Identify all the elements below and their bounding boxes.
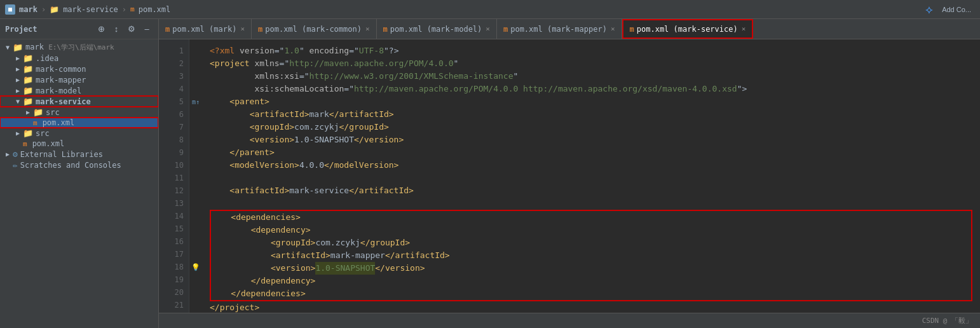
g15: [189, 222, 202, 235]
arrow-mark-common: ▶: [13, 65, 23, 72]
g3: [189, 70, 202, 83]
code-line-11: [210, 172, 972, 184]
file-m-icon: m: [130, 5, 135, 13]
tab-bar: m pom.xml (mark) × m pom.xml (mark-commo…: [159, 19, 980, 39]
ln-2: 2: [159, 57, 189, 70]
code-line-21: </project>: [210, 301, 972, 313]
code-line-5: <parent>: [210, 95, 972, 108]
code-line-7: <groupId>com.zcykj</groupId>: [210, 121, 972, 133]
close-sidebar-button[interactable]: –: [140, 23, 153, 36]
gutter: m↑ 💡: [189, 39, 202, 313]
folder-icon-mark-service: 📁: [23, 97, 33, 106]
g14: [189, 210, 202, 222]
tab-pom-mark-common[interactable]: m pom.xml (mark-common) ×: [252, 19, 377, 39]
add-configuration-button[interactable]: Add Co...: [938, 4, 975, 15]
tree-item-mark-common[interactable]: ▶ 📁 mark-common: [0, 64, 158, 74]
tab-label-3: pom.xml (mark-model): [390, 25, 482, 34]
arrow-mark-model: ▶: [13, 87, 23, 94]
ln-21: 21: [159, 299, 189, 311]
tab-close-1[interactable]: ×: [240, 25, 245, 33]
g19: [189, 273, 202, 286]
code-area[interactable]: <?xml version="1.0" encoding="UTF-8"?> <…: [202, 39, 980, 313]
tree-item-mark-model[interactable]: ▶ 📁 mark-model: [0, 85, 158, 96]
sidebar-tree: ▼ 📁 mark E:\学习\后端\mark ▶ 📁 .idea ▶ 📁 mar…: [0, 39, 158, 328]
tree-item-mark-root[interactable]: ▼ 📁 mark E:\学习\后端\mark: [0, 42, 158, 53]
arrow-src-root: ▶: [13, 130, 23, 137]
tree-label-src-root: src: [36, 129, 50, 138]
tree-item-idea[interactable]: ▶ 📁 .idea: [0, 53, 158, 64]
arrow-mark-mapper: ▶: [13, 76, 23, 83]
g5: m↑: [189, 95, 202, 108]
ln-11: 11: [159, 172, 189, 184]
maven-icon-pom-service: m: [33, 119, 37, 127]
tab-pom-mark-mapper[interactable]: m pom.xml (mark-mapper) ×: [497, 19, 622, 39]
tab-pom-mark-service[interactable]: m pom.xml (mark-service) ×: [622, 19, 754, 39]
tab-close-2[interactable]: ×: [365, 25, 370, 33]
tree-item-src-root[interactable]: ▶ 📁 src: [0, 128, 158, 139]
code-line-13: [210, 197, 972, 210]
sep2: ›: [122, 5, 126, 14]
dependencies-block: <dependencies> <dependency> <groupId>com…: [210, 210, 972, 301]
ln-14: 14: [159, 210, 189, 222]
code-line-18: <version>1.0-SNAPSHOT</version>: [211, 262, 971, 275]
tab-label-2: pom.xml (mark-common): [265, 25, 362, 34]
code-line-14: <dependencies>: [211, 211, 971, 224]
tree-item-pom-root[interactable]: m pom.xml: [0, 139, 158, 149]
settings-button[interactable]: ⚙: [125, 23, 138, 36]
folder-icon-mark-common: 📁: [23, 64, 33, 74]
ln-16: 16: [159, 235, 189, 248]
ln-18: 18: [159, 261, 189, 273]
editor-area: m pom.xml (mark) × m pom.xml (mark-commo…: [159, 19, 980, 328]
tree-item-mark-service[interactable]: ▼ 📁 mark-service: [0, 96, 158, 107]
collapse-button[interactable]: ↕: [110, 23, 123, 36]
g12: [189, 184, 202, 197]
ln-1: 1: [159, 44, 189, 57]
tree-label-external-libs: External Libraries: [20, 150, 103, 159]
folder-icon-mark-mapper: 📁: [23, 75, 33, 85]
ln-15: 15: [159, 222, 189, 235]
tree-label-mark-mapper: mark-mapper: [36, 76, 86, 85]
line-numbers: 1 2 3 4 5 6 7 8 9 10 11 12 13 14 15 16 1…: [159, 39, 189, 313]
code-line-20: </dependencies>: [211, 287, 971, 300]
tab-label-4: pom.xml (mark-mapper): [510, 25, 607, 34]
tab-close-5[interactable]: ×: [742, 25, 746, 33]
tree-item-pom-service[interactable]: m pom.xml: [0, 118, 158, 128]
locate-button[interactable]: ⊕: [95, 23, 107, 36]
g11: [189, 172, 202, 184]
tab-icon-1: m: [165, 25, 170, 34]
code-line-17: <artifactId>mark-mapper</artifactId>: [211, 249, 971, 262]
sep1: ›: [41, 5, 46, 14]
tree-item-src-service[interactable]: ▶ 📁 src: [0, 107, 158, 118]
tree-item-external-libs[interactable]: ▶ ⚙ External Libraries: [0, 149, 158, 160]
folder-icon-mark-model: 📁: [23, 86, 33, 95]
code-line-12: <artifactId>mark-service</artifactId>: [210, 184, 972, 197]
g21: [189, 299, 202, 311]
ln-4: 4: [159, 83, 189, 95]
code-line-15: <dependency>: [211, 224, 971, 236]
g10: [189, 159, 202, 172]
tree-label-src-service: src: [46, 108, 60, 117]
tab-close-3[interactable]: ×: [486, 25, 490, 33]
ln-3: 3: [159, 70, 189, 83]
g9: [189, 146, 202, 159]
code-line-19: </dependency>: [211, 275, 971, 287]
arrow-idea: ▶: [13, 55, 23, 62]
title-bar-right: ⟡ Add Co...: [925, 3, 975, 17]
sidebar-title: Project: [5, 25, 91, 34]
code-line-16: <groupId>com.zcykj</groupId>: [211, 236, 971, 249]
tab-label-5: pom.xml (mark-service): [637, 25, 738, 34]
project-name: mark: [19, 5, 37, 14]
tab-pom-mark-model[interactable]: m pom.xml (mark-model) ×: [377, 19, 497, 39]
tree-item-scratches[interactable]: ✏ Scratches and Consoles: [0, 160, 158, 170]
tree-label-mark-model: mark-model: [36, 86, 81, 95]
tree-label-mark-root: mark E:\学习\后端\mark: [25, 43, 114, 52]
tab-label-1: pom.xml (mark): [172, 25, 236, 34]
sidebar-icons: ⊕ ↕ ⚙ –: [95, 23, 153, 36]
tree-item-mark-mapper[interactable]: ▶ 📁 mark-mapper: [0, 74, 158, 85]
ln-20: 20: [159, 286, 189, 299]
title-bar-left: ■ mark › 📁 mark-service › m pom.xml: [5, 4, 170, 15]
tab-pom-mark[interactable]: m pom.xml (mark) ×: [159, 19, 252, 39]
tab-icon-3: m: [383, 25, 388, 34]
tab-close-4[interactable]: ×: [611, 25, 615, 33]
tree-label-scratches: Scratches and Consoles: [20, 161, 121, 170]
